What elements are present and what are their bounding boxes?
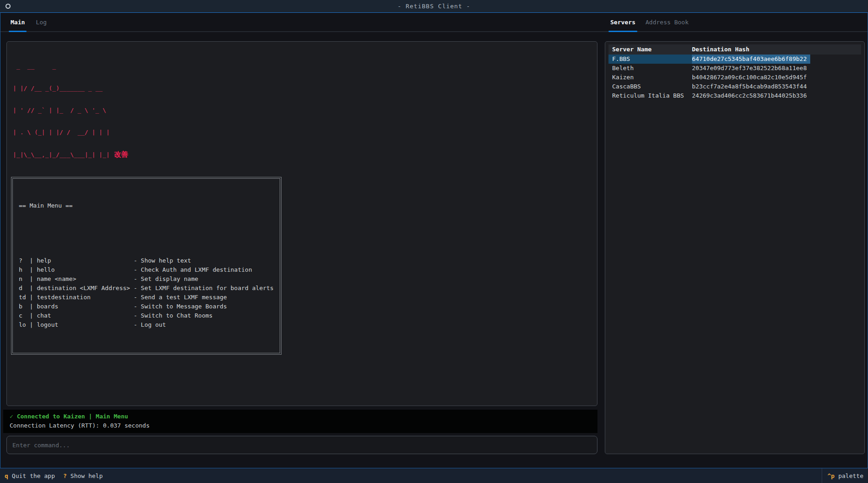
palette-key: ^p (828, 472, 835, 479)
server-hash-cell: b40428672a09c6c100ca82c10e5d945f (692, 73, 810, 82)
footer-key: ? (63, 472, 67, 479)
tab-log[interactable]: Log (34, 13, 48, 31)
ascii-line: |_|\_\__,_|_/___\___|_| |_|改善 (13, 151, 593, 159)
footer-key-label: Show help (71, 472, 103, 479)
tab-address-book[interactable]: Address Book (644, 13, 690, 31)
server-hash-cell: 20347e09d773ef37e382522b68a11ee8 (692, 64, 810, 73)
servers-tab-pane: Server Name Destination Hash F.BBS 64710… (605, 41, 865, 454)
ascii-line: | ' // _` | |_ / _ \ '_ \ (13, 107, 593, 114)
header-bar: - RetiBBS Client - (0, 0, 868, 12)
panes: _ __ _ | |/ /__ _(_)_______ _ __ | ' // … (0, 32, 868, 468)
main-tab-pane: _ __ _ | |/ /__ _(_)_______ _ __ | ' // … (3, 41, 597, 454)
server-table-row[interactable]: Beleth 20347e09d773ef37e382522b68a11ee8 (608, 64, 861, 73)
server-table-row[interactable]: Reticulum Italia BBS 24269c3ad406cc2c583… (608, 91, 861, 100)
tab-servers[interactable]: Servers (609, 13, 637, 31)
ascii-line: | |/ /__ _(_)_______ _ __ (13, 85, 593, 92)
column-header-server-name: Server Name (608, 44, 692, 55)
footer-bar: q Quit the app ? Show help ^p palette (0, 468, 868, 483)
server-name-cell: Beleth (608, 64, 692, 73)
menu-item: lo | logout - Log out (19, 320, 274, 329)
server-table-row[interactable]: F.BBS 64710de27c5345baf403aee6b6f89b22 (608, 55, 861, 64)
tabs-row: MainLog ServersAddress Book (0, 13, 868, 32)
server-name-cell: F.BBS (608, 55, 692, 64)
right-tab-group: ServersAddress Book (604, 13, 868, 31)
status-strip: ✓ Connected to Kaizen | Main Menu Connec… (3, 410, 597, 433)
palette-hint[interactable]: ^p palette (822, 468, 868, 483)
menu-item: td | testdestination - Send a test LXMF … (19, 293, 274, 302)
server-name-cell: Kaizen (608, 73, 692, 82)
server-table-row[interactable]: CascaBBS b23ccf7a2e4a8f5b4cab9ad853543f4… (608, 82, 861, 91)
latency-text: Connection Latency (RTT): 0.037 seconds (10, 421, 597, 430)
main-menu-box: == Main Menu == ? | help - Show help tex… (11, 177, 282, 355)
command-input-box (6, 436, 597, 454)
menu-blank-line (19, 229, 274, 238)
tab-main[interactable]: Main (9, 13, 26, 31)
footer-key-hints: q Quit the app ? Show help (0, 472, 111, 479)
server-name-cell: CascaBBS (608, 82, 692, 91)
command-input[interactable] (12, 442, 592, 449)
menu-item: n | name <name> - Set display name (19, 274, 274, 284)
ascii-line: | . \ (_| | |/ / __/ | | | (13, 129, 593, 136)
output-panel: _ __ _ | |/ /__ _(_)_______ _ __ | ' // … (6, 41, 597, 406)
ascii-line: _ __ _ (13, 63, 593, 70)
content-frame: MainLog ServersAddress Book _ __ _ | |/ … (0, 12, 868, 468)
kaizen-ascii-logo: _ __ _ | |/ /__ _(_)_______ _ __ | ' // … (13, 48, 593, 173)
connection-status-text: Connected to Kaizen | Main Menu (17, 413, 128, 420)
footer-key-label: Quit the app (12, 472, 55, 479)
server-table-panel: Server Name Destination Hash F.BBS 64710… (605, 41, 865, 454)
server-hash-cell: b23ccf7a2e4a8f5b4cab9ad853543f44 (692, 82, 810, 91)
palette-label: palette (838, 472, 863, 479)
app-window: - RetiBBS Client - MainLog ServersAddres… (0, 0, 868, 483)
check-icon: ✓ (10, 413, 17, 420)
menu-item: c | chat - Switch to Chat Rooms (19, 311, 274, 320)
menu-title: == Main Menu == (19, 201, 274, 210)
menu-item: h | hello - Check Auth and LXMF destinat… (19, 265, 274, 274)
server-table-row[interactable]: Kaizen b40428672a09c6c100ca82c10e5d945f (608, 73, 861, 82)
footer-key-hint[interactable]: q Quit the app (5, 472, 55, 479)
server-table-body: F.BBS 64710de27c5345baf403aee6b6f89b22 B… (608, 55, 861, 100)
kaizen-kanji: 改善 (114, 150, 128, 159)
window-title: - RetiBBS Client - (0, 3, 868, 10)
menu-items: ? | help - Show help texth | hello - Che… (19, 256, 274, 329)
column-header-destination-hash: Destination Hash (692, 44, 861, 55)
footer-key: q (5, 472, 8, 479)
server-hash-cell: 24269c3ad406cc2c583671b44025b336 (692, 91, 810, 100)
footer-key-hint[interactable]: ? Show help (63, 472, 103, 479)
server-name-cell: Reticulum Italia BBS (608, 91, 692, 100)
menu-item: b | boards - Switch to Message Boards (19, 302, 274, 311)
connection-status: ✓ Connected to Kaizen | Main Menu (10, 412, 597, 421)
left-tab-group: MainLog (0, 13, 48, 31)
menu-item: d | destination <LXMF Address> - Set LXM… (19, 284, 274, 293)
table-header: Server Name Destination Hash (608, 44, 861, 55)
server-hash-cell: 64710de27c5345baf403aee6b6f89b22 (692, 55, 810, 64)
menu-item: ? | help - Show help text (19, 256, 274, 265)
